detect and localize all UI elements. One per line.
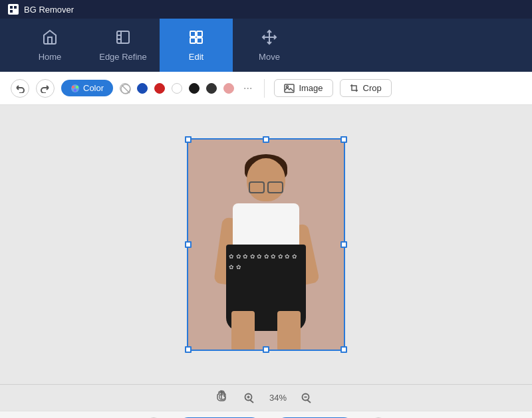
subject-image — [187, 138, 345, 351]
redo-button[interactable] — [36, 79, 55, 98]
app-title: BG Remover — [24, 5, 74, 15]
svg-point-10 — [72, 86, 74, 88]
image-button-label: Image — [299, 83, 323, 93]
nav-item-move[interactable]: Move — [233, 19, 306, 72]
toolbar-divider — [264, 79, 265, 98]
pan-button[interactable] — [216, 389, 229, 406]
toolbar: Color ··· Image Crop — [0, 72, 532, 105]
color-white[interactable] — [172, 83, 182, 94]
person-figure — [213, 145, 319, 351]
head — [247, 158, 285, 201]
nav-label-edge-refine: Edge Refine — [99, 52, 147, 62]
nav-item-home[interactable]: Home — [13, 19, 86, 72]
glasses — [249, 181, 283, 191]
svg-point-11 — [76, 86, 78, 88]
home-icon — [42, 29, 58, 48]
move-icon — [261, 29, 277, 48]
color-black[interactable] — [189, 83, 200, 94]
svg-rect-7 — [190, 38, 196, 43]
svg-rect-2 — [10, 10, 13, 13]
crop-button[interactable]: Crop — [340, 79, 392, 97]
color-pink[interactable] — [223, 83, 234, 94]
zoom-level: 34% — [269, 393, 287, 403]
image-container[interactable] — [187, 138, 345, 351]
app-icon — [8, 4, 19, 15]
edge-refine-icon — [115, 29, 131, 48]
more-colors-button[interactable]: ··· — [241, 82, 255, 94]
svg-rect-5 — [190, 31, 196, 37]
zoom-out-button[interactable] — [297, 389, 316, 407]
color-button-label: Color — [83, 83, 104, 93]
svg-rect-4 — [117, 31, 129, 43]
nav-item-edit[interactable]: Edit — [160, 19, 233, 72]
canvas-area — [0, 105, 532, 384]
color-button[interactable]: Color — [61, 80, 113, 96]
status-bar: 34% — [0, 384, 532, 411]
svg-rect-8 — [197, 38, 202, 43]
nav-item-edge-refine[interactable]: Edge Refine — [86, 19, 160, 72]
footer: New Image Download — [0, 411, 532, 418]
svg-rect-0 — [10, 6, 13, 9]
color-dark-gray[interactable] — [206, 83, 217, 94]
nav-bar: Home Edge Refine Edit Move — [0, 19, 532, 72]
color-transparent[interactable] — [120, 83, 130, 94]
edit-icon — [188, 29, 204, 48]
svg-rect-6 — [197, 31, 202, 37]
svg-line-18 — [249, 399, 253, 403]
title-bar: BG Remover — [0, 0, 532, 19]
leg-right — [277, 311, 301, 351]
svg-rect-3 — [14, 10, 17, 13]
svg-line-22 — [307, 399, 311, 403]
leg-left — [231, 311, 255, 351]
image-button[interactable]: Image — [274, 79, 332, 97]
nav-label-edit: Edit — [189, 52, 203, 62]
svg-rect-1 — [14, 6, 17, 9]
color-blue[interactable] — [137, 83, 148, 94]
svg-line-13 — [122, 85, 130, 93]
nav-label-move: Move — [259, 52, 280, 62]
zoom-in-button[interactable] — [240, 389, 259, 407]
undo-button[interactable] — [11, 79, 29, 98]
svg-point-12 — [74, 89, 76, 92]
nav-label-home: Home — [39, 52, 62, 62]
color-red[interactable] — [154, 83, 165, 94]
crop-button-label: Crop — [363, 83, 382, 93]
